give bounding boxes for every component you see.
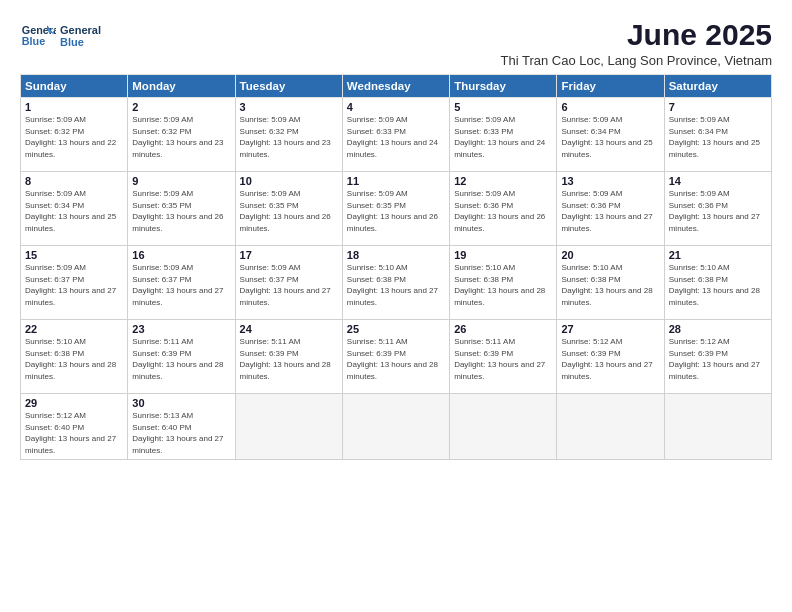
col-friday: Friday: [557, 75, 664, 98]
calendar-row: 29Sunrise: 5:12 AMSunset: 6:40 PMDayligh…: [21, 394, 772, 460]
calendar-cell: 23Sunrise: 5:11 AMSunset: 6:39 PMDayligh…: [128, 320, 235, 394]
day-number: 21: [669, 249, 767, 261]
day-number: 14: [669, 175, 767, 187]
day-number: 13: [561, 175, 659, 187]
day-info: Sunrise: 5:10 AMSunset: 6:38 PMDaylight:…: [561, 262, 659, 308]
day-number: 29: [25, 397, 123, 409]
day-number: 27: [561, 323, 659, 335]
day-info: Sunrise: 5:09 AMSunset: 6:32 PMDaylight:…: [240, 114, 338, 160]
day-info: Sunrise: 5:09 AMSunset: 6:35 PMDaylight:…: [347, 188, 445, 234]
day-info: Sunrise: 5:09 AMSunset: 6:32 PMDaylight:…: [132, 114, 230, 160]
calendar-cell: 20Sunrise: 5:10 AMSunset: 6:38 PMDayligh…: [557, 246, 664, 320]
page-header: General Blue General Blue June 2025 Thi …: [20, 18, 772, 68]
calendar-cell: 18Sunrise: 5:10 AMSunset: 6:38 PMDayligh…: [342, 246, 449, 320]
day-number: 5: [454, 101, 552, 113]
day-info: Sunrise: 5:10 AMSunset: 6:38 PMDaylight:…: [25, 336, 123, 382]
day-info: Sunrise: 5:12 AMSunset: 6:40 PMDaylight:…: [25, 410, 123, 456]
col-tuesday: Tuesday: [235, 75, 342, 98]
calendar-cell: 9Sunrise: 5:09 AMSunset: 6:35 PMDaylight…: [128, 172, 235, 246]
day-number: 9: [132, 175, 230, 187]
calendar-cell: 12Sunrise: 5:09 AMSunset: 6:36 PMDayligh…: [450, 172, 557, 246]
day-number: 11: [347, 175, 445, 187]
day-info: Sunrise: 5:09 AMSunset: 6:34 PMDaylight:…: [25, 188, 123, 234]
day-number: 3: [240, 101, 338, 113]
calendar-cell: 3Sunrise: 5:09 AMSunset: 6:32 PMDaylight…: [235, 98, 342, 172]
calendar-cell: 8Sunrise: 5:09 AMSunset: 6:34 PMDaylight…: [21, 172, 128, 246]
day-number: 26: [454, 323, 552, 335]
calendar-cell: 26Sunrise: 5:11 AMSunset: 6:39 PMDayligh…: [450, 320, 557, 394]
day-info: Sunrise: 5:11 AMSunset: 6:39 PMDaylight:…: [454, 336, 552, 382]
calendar-cell: 22Sunrise: 5:10 AMSunset: 6:38 PMDayligh…: [21, 320, 128, 394]
col-sunday: Sunday: [21, 75, 128, 98]
calendar-cell: 4Sunrise: 5:09 AMSunset: 6:33 PMDaylight…: [342, 98, 449, 172]
day-info: Sunrise: 5:10 AMSunset: 6:38 PMDaylight:…: [454, 262, 552, 308]
calendar-cell: 6Sunrise: 5:09 AMSunset: 6:34 PMDaylight…: [557, 98, 664, 172]
day-info: Sunrise: 5:09 AMSunset: 6:34 PMDaylight:…: [561, 114, 659, 160]
day-info: Sunrise: 5:09 AMSunset: 6:37 PMDaylight:…: [132, 262, 230, 308]
calendar-cell: 27Sunrise: 5:12 AMSunset: 6:39 PMDayligh…: [557, 320, 664, 394]
calendar-header-row: Sunday Monday Tuesday Wednesday Thursday…: [21, 75, 772, 98]
calendar-row: 22Sunrise: 5:10 AMSunset: 6:38 PMDayligh…: [21, 320, 772, 394]
day-number: 22: [25, 323, 123, 335]
calendar-cell: 25Sunrise: 5:11 AMSunset: 6:39 PMDayligh…: [342, 320, 449, 394]
day-number: 8: [25, 175, 123, 187]
day-number: 19: [454, 249, 552, 261]
day-info: Sunrise: 5:10 AMSunset: 6:38 PMDaylight:…: [347, 262, 445, 308]
col-thursday: Thursday: [450, 75, 557, 98]
logo-text: General Blue: [60, 24, 101, 48]
day-number: 2: [132, 101, 230, 113]
day-number: 30: [132, 397, 230, 409]
day-number: 18: [347, 249, 445, 261]
day-number: 4: [347, 101, 445, 113]
day-info: Sunrise: 5:09 AMSunset: 6:32 PMDaylight:…: [25, 114, 123, 160]
calendar-cell: 2Sunrise: 5:09 AMSunset: 6:32 PMDaylight…: [128, 98, 235, 172]
day-info: Sunrise: 5:13 AMSunset: 6:40 PMDaylight:…: [132, 410, 230, 456]
day-info: Sunrise: 5:09 AMSunset: 6:37 PMDaylight:…: [240, 262, 338, 308]
col-wednesday: Wednesday: [342, 75, 449, 98]
col-saturday: Saturday: [664, 75, 771, 98]
calendar-row: 15Sunrise: 5:09 AMSunset: 6:37 PMDayligh…: [21, 246, 772, 320]
calendar-cell: 1Sunrise: 5:09 AMSunset: 6:32 PMDaylight…: [21, 98, 128, 172]
calendar-cell: 17Sunrise: 5:09 AMSunset: 6:37 PMDayligh…: [235, 246, 342, 320]
calendar-cell: 28Sunrise: 5:12 AMSunset: 6:39 PMDayligh…: [664, 320, 771, 394]
day-number: 24: [240, 323, 338, 335]
day-info: Sunrise: 5:11 AMSunset: 6:39 PMDaylight:…: [240, 336, 338, 382]
day-info: Sunrise: 5:09 AMSunset: 6:35 PMDaylight:…: [240, 188, 338, 234]
calendar-cell: 21Sunrise: 5:10 AMSunset: 6:38 PMDayligh…: [664, 246, 771, 320]
day-info: Sunrise: 5:09 AMSunset: 6:36 PMDaylight:…: [454, 188, 552, 234]
calendar-cell: 16Sunrise: 5:09 AMSunset: 6:37 PMDayligh…: [128, 246, 235, 320]
day-number: 1: [25, 101, 123, 113]
day-number: 6: [561, 101, 659, 113]
day-number: 23: [132, 323, 230, 335]
day-info: Sunrise: 5:09 AMSunset: 6:36 PMDaylight:…: [669, 188, 767, 234]
calendar-cell: 11Sunrise: 5:09 AMSunset: 6:35 PMDayligh…: [342, 172, 449, 246]
day-number: 7: [669, 101, 767, 113]
calendar-cell: [557, 394, 664, 460]
day-number: 10: [240, 175, 338, 187]
calendar-cell: 29Sunrise: 5:12 AMSunset: 6:40 PMDayligh…: [21, 394, 128, 460]
day-info: Sunrise: 5:09 AMSunset: 6:35 PMDaylight:…: [132, 188, 230, 234]
calendar-cell: 7Sunrise: 5:09 AMSunset: 6:34 PMDaylight…: [664, 98, 771, 172]
day-number: 17: [240, 249, 338, 261]
month-title: June 2025: [501, 18, 772, 51]
day-number: 20: [561, 249, 659, 261]
title-block: June 2025 Thi Tran Cao Loc, Lang Son Pro…: [501, 18, 772, 68]
day-number: 15: [25, 249, 123, 261]
calendar-table: Sunday Monday Tuesday Wednesday Thursday…: [20, 74, 772, 460]
day-info: Sunrise: 5:09 AMSunset: 6:33 PMDaylight:…: [347, 114, 445, 160]
day-info: Sunrise: 5:10 AMSunset: 6:38 PMDaylight:…: [669, 262, 767, 308]
calendar-cell: 30Sunrise: 5:13 AMSunset: 6:40 PMDayligh…: [128, 394, 235, 460]
calendar-cell: 24Sunrise: 5:11 AMSunset: 6:39 PMDayligh…: [235, 320, 342, 394]
logo-icon: General Blue: [20, 18, 56, 54]
day-number: 16: [132, 249, 230, 261]
calendar-cell: 5Sunrise: 5:09 AMSunset: 6:33 PMDaylight…: [450, 98, 557, 172]
calendar-row: 8Sunrise: 5:09 AMSunset: 6:34 PMDaylight…: [21, 172, 772, 246]
calendar-cell: 14Sunrise: 5:09 AMSunset: 6:36 PMDayligh…: [664, 172, 771, 246]
day-info: Sunrise: 5:12 AMSunset: 6:39 PMDaylight:…: [669, 336, 767, 382]
svg-text:Blue: Blue: [22, 35, 45, 47]
day-info: Sunrise: 5:09 AMSunset: 6:33 PMDaylight:…: [454, 114, 552, 160]
day-info: Sunrise: 5:11 AMSunset: 6:39 PMDaylight:…: [347, 336, 445, 382]
logo: General Blue General Blue: [20, 18, 101, 54]
calendar-cell: 13Sunrise: 5:09 AMSunset: 6:36 PMDayligh…: [557, 172, 664, 246]
calendar-cell: [664, 394, 771, 460]
